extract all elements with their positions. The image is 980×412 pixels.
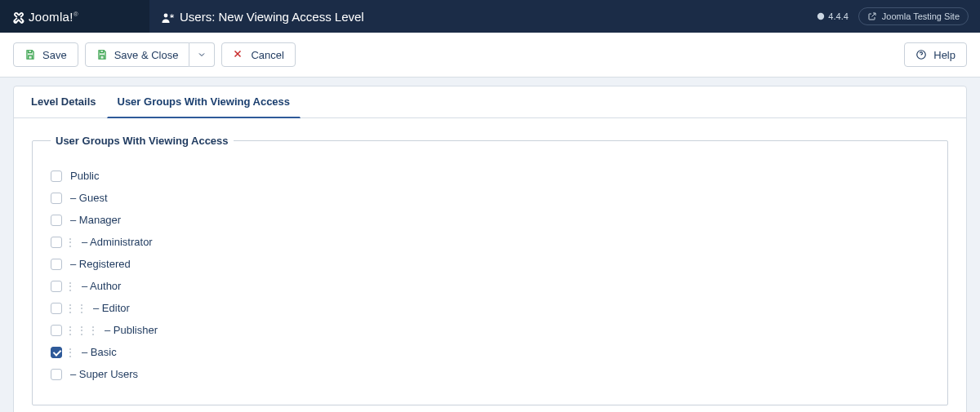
group-label: – Manager [65,214,121,226]
group-label: – Editor [88,302,130,314]
users-cog-icon [161,11,172,22]
group-label: – Guest [65,192,108,204]
group-checkbox[interactable] [51,259,62,270]
brand[interactable]: Joomla!® [0,0,149,33]
main-card: Level DetailsUser Groups With Viewing Ac… [13,86,967,412]
svg-point-0 [164,14,168,18]
cancel-label: Cancel [251,49,283,61]
group-row[interactable]: Public [51,165,929,187]
brand-text: Joomla!® [29,10,78,24]
save-close-label: Save & Close [114,49,179,61]
tab-panel-user-groups: User Groups With Viewing Access Public– … [14,118,966,412]
help-icon [915,49,927,60]
group-row[interactable]: ⋮– Basic [51,341,929,363]
help-label: Help [933,49,956,61]
tree-indent-icon: ⋮ [65,325,74,336]
save-close-button[interactable]: Save & Close [85,42,190,67]
svg-point-2 [817,13,824,20]
group-label: – Super Users [65,368,138,380]
group-row[interactable]: – Guest [51,187,929,209]
group-row[interactable]: – Manager [51,209,929,231]
group-checkbox[interactable] [51,281,62,292]
group-row[interactable]: – Registered [51,253,929,275]
cancel-button[interactable]: Cancel [221,42,295,67]
tab-user-groups[interactable]: User Groups With Viewing Access [107,86,301,118]
frontend-link[interactable]: Joomla Testing Site [858,7,969,25]
joomla-logo-icon [12,11,24,22]
save-icon [24,49,36,60]
save-dropdown-toggle[interactable] [189,42,215,67]
tree-indent-icon: ⋮ [65,347,74,358]
help-button[interactable]: Help [904,42,967,67]
group-label: – Administrator [77,236,153,248]
group-checkbox[interactable] [51,171,62,182]
topbar: Joomla!® Users: New Viewing Access Level… [0,0,980,33]
group-checkbox[interactable] [51,369,62,380]
save-icon [96,49,108,60]
fieldset-legend: User Groups With Viewing Access [51,135,234,147]
save-close-group: Save & Close [85,42,216,67]
group-checkbox[interactable] [51,303,62,314]
group-row[interactable]: ⋮– Administrator [51,231,929,253]
group-row[interactable]: – Super Users [51,363,929,385]
version-info[interactable]: 4.4.4 [817,11,848,21]
group-row[interactable]: ⋮⋮⋮– Publisher [51,319,929,341]
group-checkbox[interactable] [51,347,62,358]
user-groups-fieldset: User Groups With Viewing Access Public– … [32,135,948,405]
external-link-icon [867,11,877,21]
save-button[interactable]: Save [13,42,78,67]
page-title-area: Users: New Viewing Access Level [149,10,376,24]
group-checkbox[interactable] [51,193,62,204]
group-label: – Basic [77,346,117,358]
joomla-mini-icon [817,12,825,20]
toolbar: Save Save & Close Cancel Help [0,33,980,78]
version-text: 4.4.4 [828,11,848,21]
close-icon [233,49,244,60]
group-label: – Author [77,280,121,292]
group-checkbox[interactable] [51,215,62,226]
tree-indent-icon: ⋮ [77,325,85,336]
group-row[interactable]: ⋮– Author [51,275,929,297]
group-label: Public [65,170,99,182]
group-label: – Registered [65,258,131,270]
chevron-down-icon [197,50,207,60]
save-label: Save [42,49,67,61]
tab-level-details[interactable]: Level Details [20,86,107,118]
frontend-link-text: Joomla Testing Site [882,11,960,21]
svg-point-1 [171,15,173,17]
tree-indent-icon: ⋮ [65,303,74,314]
tree-indent-icon: ⋮ [77,303,85,314]
group-row[interactable]: ⋮⋮– Editor [51,297,929,319]
tree-indent-icon: ⋮ [88,325,96,336]
tabs: Level DetailsUser Groups With Viewing Ac… [14,86,966,118]
group-label: – Publisher [100,324,158,336]
group-checkbox[interactable] [51,325,62,336]
tree-indent-icon: ⋮ [65,237,74,248]
tree-indent-icon: ⋮ [65,281,74,292]
page-title: Users: New Viewing Access Level [180,10,364,24]
group-checkbox[interactable] [51,237,62,248]
topbar-right: 4.4.4 Joomla Testing Site [817,7,980,25]
